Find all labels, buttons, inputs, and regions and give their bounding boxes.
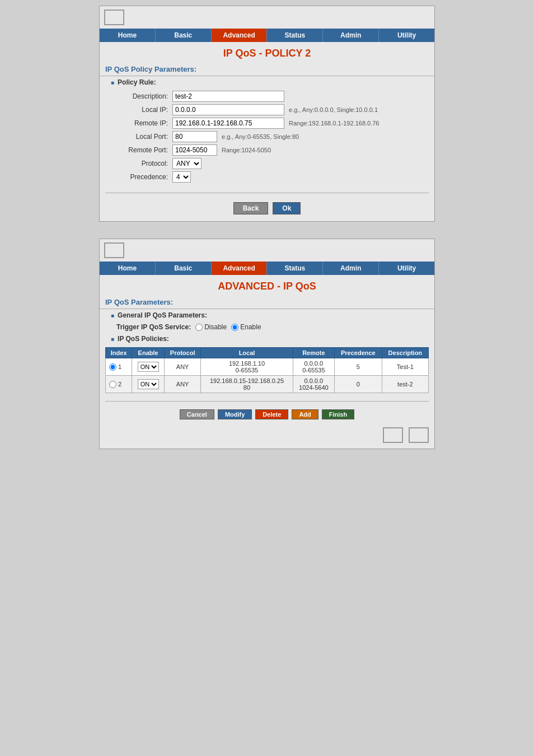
cell-index-val-2: 2 — [118, 381, 121, 388]
hint-local-port: e.g., Any:0-65535, Single:80 — [222, 133, 299, 140]
logo-area-2 — [100, 239, 434, 262]
label-remote-port: Remote Port: — [116, 146, 172, 154]
col-index: Index — [106, 348, 132, 358]
col-description: Description — [382, 348, 428, 358]
finish-button[interactable]: Finish — [322, 409, 354, 419]
nav-advanced-1[interactable]: Advanced — [212, 29, 268, 42]
row-radio-2[interactable] — [109, 381, 116, 388]
subsection-policies: IP QoS Policies: — [100, 333, 434, 345]
section-header-1: IP QoS Policy Parameters: — [100, 63, 434, 76]
select-enable-2[interactable]: ON OFF — [138, 379, 159, 389]
col-local: Local — [201, 348, 293, 358]
select-precedence[interactable]: 0 1 2 3 4 5 6 7 — [172, 171, 191, 183]
subsection-label-policies: IP QoS Policies: — [118, 335, 169, 343]
label-local-ip: Local IP: — [116, 106, 172, 114]
radio-enable[interactable] — [231, 324, 238, 331]
table-row: 1 ON OFF ANY 192.168.1.100-65535 0.0.0.0… — [106, 358, 429, 376]
cell-remote-1: 0.0.0.00-65535 — [293, 358, 334, 376]
input-remote-port[interactable] — [172, 144, 217, 156]
table-area: Index Enable Protocol Local Remote Prece… — [100, 345, 434, 398]
qos-table: Index Enable Protocol Local Remote Prece… — [105, 347, 429, 393]
nav-admin-1[interactable]: Admin — [323, 29, 379, 42]
label-local-port: Local Port: — [116, 133, 172, 141]
back-button[interactable]: Back — [233, 202, 269, 214]
nav-home-1[interactable]: Home — [100, 29, 156, 42]
radio-disable-label: Disable — [204, 323, 227, 331]
cell-index-val-1: 1 — [118, 363, 121, 370]
delete-button[interactable]: Delete — [255, 409, 288, 419]
nav-home-2[interactable]: Home — [100, 262, 156, 275]
subsection-label-general: General IP QoS Parameters: — [118, 311, 207, 319]
input-description[interactable] — [172, 91, 284, 102]
select-protocol[interactable]: ANY TCP UDP — [172, 158, 202, 169]
nav-utility-2[interactable]: Utility — [379, 262, 434, 275]
add-button[interactable]: Add — [292, 409, 318, 419]
nav-admin-2[interactable]: Admin — [323, 262, 379, 275]
nav-basic-1[interactable]: Basic — [156, 29, 212, 42]
radio-enable-label: Enable — [240, 323, 261, 331]
cell-precedence-2: 0 — [335, 376, 382, 393]
cell-local-1: 192.168.1.100-65535 — [201, 358, 293, 376]
radio-select-1: 1 — [109, 363, 128, 371]
cell-enable-1: ON OFF — [132, 358, 165, 376]
cell-protocol-1: ANY — [165, 358, 201, 376]
page-title-1: IP QoS - POLICY 2 — [100, 42, 434, 63]
nav-status-2[interactable]: Status — [267, 262, 323, 275]
nav-utility-1[interactable]: Utility — [379, 29, 434, 42]
cancel-button[interactable]: Cancel — [180, 409, 214, 419]
table-row: 2 ON OFF ANY 192.168.0.15-192.168.0.2580… — [106, 376, 429, 393]
form-row-local-ip: Local IP: e.g., Any:0.0.0.0, Single:10.0… — [116, 104, 418, 115]
radio-enable-option[interactable]: Enable — [231, 323, 261, 331]
logo-2 — [104, 242, 124, 258]
subsection-policy-rule: Policy Rule: — [100, 76, 434, 88]
logo-1 — [104, 10, 124, 25]
btn-row-2: Cancel Modify Delete Add Finish — [100, 405, 434, 425]
form-row-remote-port: Remote Port: Range:1024-5050 — [116, 144, 418, 156]
radio-disable[interactable] — [195, 324, 203, 331]
radio-disable-option[interactable]: Disable — [195, 323, 227, 331]
logo-area-1 — [100, 6, 434, 29]
input-local-port[interactable] — [172, 131, 217, 142]
label-remote-ip: Remote IP: — [116, 119, 172, 127]
trigger-row: Trigger IP QoS Service: Disable Enable — [100, 321, 434, 333]
label-description: Description: — [116, 92, 172, 100]
cell-description-1: Test-1 — [382, 358, 428, 376]
btn-row-1: Back Ok — [100, 197, 434, 221]
nav-bar-2: Home Basic Advanced Status Admin Utility — [100, 262, 434, 275]
row-radio-1[interactable] — [109, 363, 116, 371]
input-local-ip[interactable] — [172, 104, 284, 115]
form-area-1: Description: Local IP: e.g., Any:0.0.0.0… — [100, 88, 434, 189]
hint-local-ip: e.g., Any:0.0.0.0, Single:10.0.0.1 — [289, 106, 378, 113]
col-precedence: Precedence — [335, 348, 382, 358]
col-protocol: Protocol — [165, 348, 201, 358]
cell-enable-2: ON OFF — [132, 376, 165, 393]
cell-precedence-1: 5 — [335, 358, 382, 376]
ok-button[interactable]: Ok — [273, 202, 301, 214]
cell-protocol-2: ANY — [165, 376, 201, 393]
cell-remote-2: 0.0.0.01024-5640 — [293, 376, 334, 393]
radio-select-2: 2 — [109, 381, 128, 388]
hint-remote-port: Range:1024-5050 — [222, 147, 271, 153]
subsection-label-1: Policy Rule: — [118, 78, 156, 86]
subsection-general-qos: General IP QoS Parameters: — [100, 309, 434, 321]
trigger-label: Trigger IP QoS Service: — [116, 323, 191, 331]
form-row-local-port: Local Port: e.g., Any:0-65535, Single:80 — [116, 131, 418, 142]
input-remote-ip[interactable] — [172, 118, 284, 129]
nav-advanced-2[interactable]: Advanced — [212, 262, 268, 275]
section-header-2: IP QoS Parameters: — [100, 296, 434, 309]
nav-bar-1: Home Basic Advanced Status Admin Utility — [100, 29, 434, 42]
col-enable: Enable — [132, 348, 165, 358]
select-enable-1[interactable]: ON OFF — [138, 362, 159, 372]
form-row-precedence: Precedence: 0 1 2 3 4 5 6 7 — [116, 171, 418, 183]
col-remote: Remote — [293, 348, 334, 358]
modify-button[interactable]: Modify — [218, 409, 252, 419]
cell-local-2: 192.168.0.15-192.168.0.2580 — [201, 376, 293, 393]
nav-status-1[interactable]: Status — [267, 29, 323, 42]
cell-index-1: 1 — [106, 358, 132, 376]
footer-box-2 — [409, 427, 429, 443]
footer-box-1 — [383, 427, 403, 443]
label-protocol: Protocol: — [116, 160, 172, 167]
nav-basic-2[interactable]: Basic — [156, 262, 212, 275]
label-precedence: Precedence: — [116, 173, 172, 181]
form-row-remote-ip: Remote IP: Range:192.168.0.1-192.168.0.7… — [116, 118, 418, 129]
